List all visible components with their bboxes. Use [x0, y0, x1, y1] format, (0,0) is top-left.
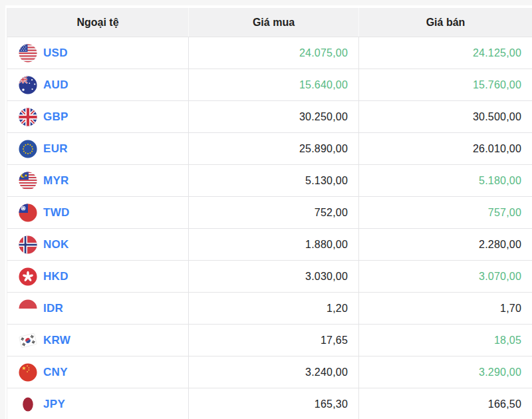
buy-price: 24.075,00	[188, 37, 358, 69]
currency-cell: HKD	[7, 261, 188, 292]
header-currency: Ngoại tệ	[7, 8, 188, 37]
header-buy-price: Giá mua	[188, 8, 358, 37]
currency-cell: IDR	[7, 293, 188, 324]
gbp-flag-icon	[19, 108, 37, 126]
currency-code: NOK	[43, 238, 69, 251]
jpy-flag-icon	[19, 395, 37, 414]
currency-code: TWD	[43, 206, 70, 219]
table-row-krw: KRW17,6518,05	[7, 324, 532, 356]
currency-code: IDR	[43, 302, 63, 315]
currency-code: AUD	[43, 78, 68, 92]
idr-flag-icon	[19, 299, 37, 318]
currency-cell: GBP	[7, 101, 188, 132]
sell-price: 5.180,00	[358, 165, 532, 196]
currency-cell: JPY	[7, 388, 188, 419]
krw-flag-icon	[19, 331, 37, 350]
sell-price: 2.280,00	[358, 229, 532, 260]
currency-code: EUR	[43, 142, 68, 156]
currency-code: USD	[43, 47, 68, 60]
sell-price: 15.760,00	[358, 69, 532, 100]
currency-code: GBP	[43, 110, 68, 124]
table-row-eur: EUR25.890,0026.010,00	[7, 132, 532, 164]
sell-price: 166,50	[358, 388, 532, 419]
myr-flag-icon	[19, 172, 37, 190]
rates-card: Ngoại tệ Giá mua Giá bán USD24.075,0024.…	[5, 5, 532, 419]
currency-cell: CNY	[7, 356, 188, 388]
nok-flag-icon	[19, 235, 37, 254]
sell-price: 26.010,00	[358, 133, 532, 164]
table-row-jpy: JPY165,30166,50	[7, 388, 532, 419]
twd-flag-icon	[19, 204, 37, 222]
buy-price: 1,20	[188, 293, 358, 324]
aud-flag-icon	[19, 76, 37, 94]
buy-price: 5.130,00	[188, 165, 358, 196]
header-sell-price: Giá bán	[358, 8, 532, 37]
hkd-flag-icon	[19, 267, 37, 286]
usd-flag-icon	[19, 44, 37, 63]
currency-cell: MYR	[7, 165, 188, 196]
sell-price: 757,00	[358, 197, 532, 228]
buy-price: 165,30	[188, 388, 358, 419]
sell-price: 24.125,00	[358, 37, 532, 69]
currency-cell: USD	[7, 37, 188, 69]
table-row-myr: MYR5.130,005.180,00	[7, 164, 532, 196]
cny-flag-icon	[19, 363, 37, 382]
sell-price: 3.070,00	[358, 261, 532, 292]
buy-price: 3.240,00	[188, 356, 358, 388]
buy-price: 3.030,00	[188, 261, 358, 292]
buy-price: 1.880,00	[188, 229, 358, 260]
table-header-row: Ngoại tệ Giá mua Giá bán	[7, 8, 532, 37]
currency-code: JPY	[43, 398, 65, 411]
exchange-rates-table: Ngoại tệ Giá mua Giá bán USD24.075,0024.…	[7, 8, 532, 419]
table-row-gbp: GBP30.250,0030.500,00	[7, 100, 532, 132]
currency-code: KRW	[43, 334, 70, 347]
table-row-idr: IDR1,201,70	[7, 292, 532, 324]
currency-cell: TWD	[7, 197, 188, 228]
currency-code: CNY	[43, 366, 68, 379]
currency-code: HKD	[43, 270, 68, 283]
sell-price: 1,70	[358, 293, 532, 324]
buy-price: 17,65	[188, 325, 358, 356]
table-row-aud: AUD15.640,0015.760,00	[7, 69, 532, 100]
sell-price: 18,05	[358, 325, 532, 356]
currency-code: MYR	[43, 174, 69, 188]
buy-price: 15.640,00	[188, 69, 358, 100]
rates-table-body: USD24.075,0024.125,00AUD15.640,0015.760,…	[7, 37, 532, 419]
currency-cell: KRW	[7, 325, 188, 356]
table-row-cny: CNY3.240,003.290,00	[7, 356, 532, 388]
sell-price: 3.290,00	[358, 356, 532, 388]
table-row-nok: NOK1.880,002.280,00	[7, 228, 532, 260]
table-row-twd: TWD752,00757,00	[7, 196, 532, 228]
table-row-hkd: HKD3.030,003.070,00	[7, 260, 532, 292]
currency-cell: AUD	[7, 69, 188, 100]
buy-price: 25.890,00	[188, 133, 358, 164]
table-row-usd: USD24.075,0024.125,00	[7, 37, 532, 69]
currency-cell: EUR	[7, 133, 188, 164]
currency-cell: NOK	[7, 229, 188, 260]
buy-price: 752,00	[188, 197, 358, 228]
buy-price: 30.250,00	[188, 101, 358, 132]
sell-price: 30.500,00	[358, 101, 532, 132]
eur-flag-icon	[19, 140, 37, 158]
